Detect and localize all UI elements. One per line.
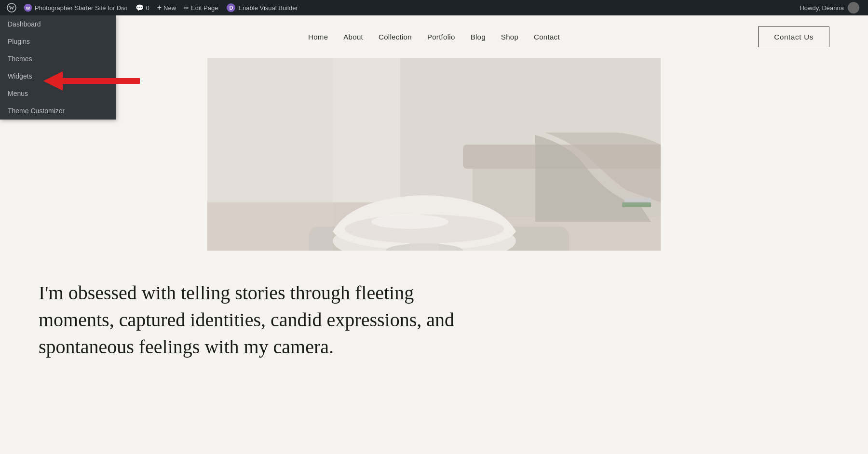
nav-link-shop[interactable]: Shop — [501, 33, 518, 41]
svg-marker-4 — [43, 71, 140, 91]
nav-link-blog[interactable]: Blog — [471, 33, 486, 41]
menu-item-theme-customizer[interactable]: Theme Customizer — [0, 102, 116, 120]
nav-link-portfolio[interactable]: Portfolio — [427, 33, 455, 41]
user-avatar[interactable] — [848, 2, 859, 13]
hero-image — [207, 58, 661, 251]
svg-point-16 — [371, 214, 448, 229]
nav-links-container: Home About Collection Portfolio Blog Sho… — [39, 33, 829, 41]
edit-page-label: Edit Page — [191, 4, 218, 12]
admin-bar-new[interactable]: + New — [153, 0, 180, 15]
site-name-label: Photographer Starter Site for Divi — [35, 4, 127, 12]
quote-text: I'm obsessed with telling stories throug… — [39, 280, 473, 361]
admin-bar-edit-page[interactable]: ✏ Edit Page — [180, 0, 222, 15]
comment-count: 0 — [146, 4, 149, 12]
svg-rect-10 — [622, 202, 651, 207]
main-content: I'm obsessed with telling stories throug… — [0, 58, 868, 380]
admin-bar-enable-builder[interactable]: D Enable Visual Builder — [222, 0, 302, 15]
new-label: New — [163, 4, 176, 12]
contact-us-button[interactable]: Contact Us — [758, 27, 829, 47]
svg-rect-18 — [410, 243, 439, 251]
nav-link-contact[interactable]: Contact — [534, 33, 560, 41]
nav-link-about[interactable]: About — [343, 33, 363, 41]
menu-item-dashboard[interactable]: Dashboard — [0, 15, 116, 33]
wp-logo[interactable]: W — [4, 0, 19, 15]
svg-rect-21 — [207, 58, 333, 251]
site-navigation: Home About Collection Portfolio Blog Sho… — [0, 15, 868, 58]
menu-item-plugins[interactable]: Plugins — [0, 33, 116, 50]
quote-section: I'm obsessed with telling stories throug… — [39, 251, 473, 380]
enable-builder-label: Enable Visual Builder — [238, 4, 298, 12]
dropdown-menu: Dashboard Plugins Themes Widgets Menus T… — [0, 15, 116, 120]
nav-link-home[interactable]: Home — [308, 33, 328, 41]
admin-bar: W W Photographer Starter Site for Divi 💬… — [0, 0, 868, 15]
admin-bar-site-name[interactable]: W Photographer Starter Site for Divi — [19, 0, 132, 15]
admin-bar-user: Howdy, Deanna — [800, 2, 864, 13]
divi-icon: D — [227, 3, 235, 12]
howdy-label[interactable]: Howdy, Deanna — [800, 4, 844, 12]
menu-item-themes[interactable]: Themes — [0, 50, 116, 67]
svg-rect-11 — [624, 198, 651, 202]
nav-link-collection[interactable]: Collection — [379, 33, 412, 41]
svg-text:W: W — [26, 6, 30, 11]
admin-bar-comments[interactable]: 💬 0 — [132, 0, 153, 15]
site-icon: W — [24, 4, 32, 12]
pencil-icon: ✏ — [184, 4, 189, 12]
comment-icon: 💬 — [136, 4, 144, 12]
svg-text:W: W — [9, 5, 14, 11]
red-arrow-indicator — [43, 71, 140, 93]
plus-icon: + — [157, 3, 162, 12]
